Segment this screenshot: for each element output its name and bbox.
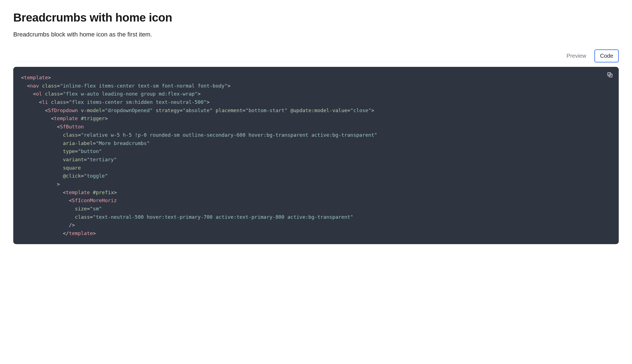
tab-code[interactable]: Code (594, 49, 619, 62)
page-description: Breadcrumbs block with home icon as the … (13, 31, 619, 38)
tab-row: Preview Code (13, 49, 619, 62)
copy-button[interactable] (606, 71, 614, 79)
copy-icon (607, 72, 613, 79)
code-block: <template> <nav class="inline-flex items… (13, 67, 619, 244)
page-title: Breadcrumbs with home icon (13, 11, 619, 24)
tab-preview[interactable]: Preview (561, 49, 592, 62)
code-content: <template> <nav class="inline-flex items… (21, 73, 611, 238)
